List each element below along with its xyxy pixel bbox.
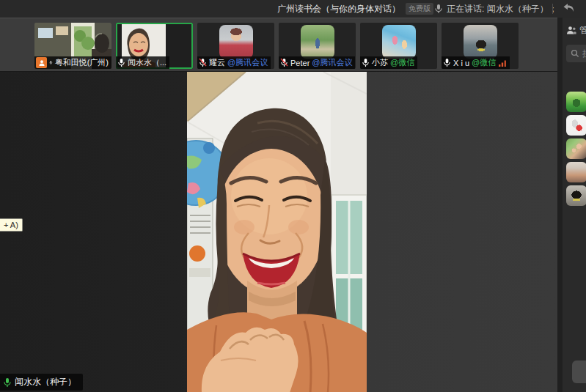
participant-tile-xiaosu[interactable]: 小苏@微信 (360, 23, 437, 69)
participant-tile-peter[interactable]: Peter@腾讯会议 (279, 23, 356, 69)
member-row[interactable] (566, 185, 586, 206)
participant-tile-yaoyun[interactable]: 耀云@腾讯会议 (197, 23, 274, 69)
mic-active-icon (3, 377, 12, 388)
participant-avatar (382, 25, 416, 59)
manage-members-icon (566, 26, 576, 35)
content-row: 粤和田悦(广州) (0, 18, 586, 392)
mic-on-icon (362, 58, 370, 67)
member-avatar-family (566, 138, 586, 159)
participant-name: Peter (290, 59, 310, 67)
members-panel-header: 管理成员 (563, 18, 586, 37)
shortcut-tooltip: + A) (0, 218, 23, 232)
platform-suffix: @腾讯会议 (312, 57, 352, 68)
members-panel-title: 管理成员 (579, 24, 586, 37)
member-search-box[interactable] (566, 45, 586, 62)
platform-suffix: @微信 (390, 57, 414, 68)
member-row[interactable] (566, 92, 586, 112)
members-panel: 管理成员 (557, 18, 586, 392)
mic-on-icon (117, 58, 125, 67)
mic-muted-icon (199, 58, 207, 67)
main-stage: 闻水水（种子） + A) (0, 71, 557, 392)
member-list (563, 92, 586, 206)
left-column: 粤和田悦(广州) (0, 18, 557, 392)
participant-avatar (301, 25, 334, 59)
tile-label: 粤和田悦(广州) (34, 56, 111, 69)
tile-label: 小苏@微信 (360, 56, 417, 69)
member-search-input[interactable] (582, 48, 586, 59)
meeting-title: 广州读书会（与你的身体对话） (277, 3, 400, 15)
speaking-text: 正在讲话: 闻水水（种子）； (447, 3, 557, 15)
participant-name: 小苏 (372, 57, 388, 68)
mic-muted-icon (280, 58, 288, 67)
free-version-badge: 免费版 (406, 3, 433, 15)
tile-label: Peter@腾讯会议 (279, 56, 355, 69)
microphone-icon (434, 4, 443, 14)
members-panel-inner: 管理成员 (563, 18, 586, 206)
top-bar: 广州读书会（与你的身体对话） 免费版 正在讲话: 闻水水（种子）； (0, 0, 586, 18)
panel-bottom-button[interactable] (572, 360, 586, 383)
host-badge-icon (36, 57, 47, 68)
participant-name: 耀云 (209, 57, 225, 68)
tile-label: X i u@微信 (442, 56, 510, 69)
tile-label: 耀云@腾讯会议 (197, 56, 271, 69)
participant-name: 闻水水（... (128, 57, 166, 68)
member-avatar-rabbit-heart (566, 115, 586, 136)
active-speaker-video[interactable] (187, 72, 367, 392)
meeting-app: 广州读书会（与你的身体对话） 免费版 正在讲话: 闻水水（种子）； (0, 0, 586, 392)
speaker-video-frame (187, 72, 367, 392)
member-row[interactable] (566, 115, 586, 136)
participant-tile-yuehetianyue[interactable]: 粤和田悦(广州) (34, 23, 111, 69)
platform-suffix: @微信 (472, 57, 496, 68)
active-speaker-name-label: 闻水水（种子） (0, 374, 83, 391)
participant-avatar (219, 25, 253, 59)
member-avatar-cat (566, 185, 586, 206)
tile-label: 闻水水（... (116, 56, 169, 69)
participant-tile-wenshuishui[interactable]: 闻水水（... (116, 23, 193, 69)
mic-on-icon (49, 58, 53, 67)
topbar-divider (552, 4, 553, 14)
search-icon (571, 49, 579, 58)
member-avatar-woman (566, 162, 586, 182)
participant-tile-xiu[interactable]: X i u@微信 (442, 23, 519, 69)
platform-suffix: @腾讯会议 (227, 57, 268, 68)
participant-name: X i u (453, 59, 469, 67)
signal-bars-icon (498, 59, 507, 67)
participant-avatar (464, 25, 497, 59)
mic-on-icon (443, 58, 451, 67)
member-row[interactable] (566, 138, 586, 159)
member-row[interactable] (566, 162, 586, 182)
member-avatar-landscape (566, 92, 586, 112)
participant-name: 粤和田悦(广州) (55, 57, 109, 68)
return-arrow-icon[interactable] (562, 3, 576, 15)
speaker-name: 闻水水（种子） (15, 376, 76, 388)
speaking-indicator: 正在讲话: 闻水水（种子）； (434, 0, 557, 18)
participant-filmstrip: 粤和田悦(广州) (0, 18, 557, 71)
meeting-title-wrap: 广州读书会（与你的身体对话） 免费版 (277, 0, 433, 18)
